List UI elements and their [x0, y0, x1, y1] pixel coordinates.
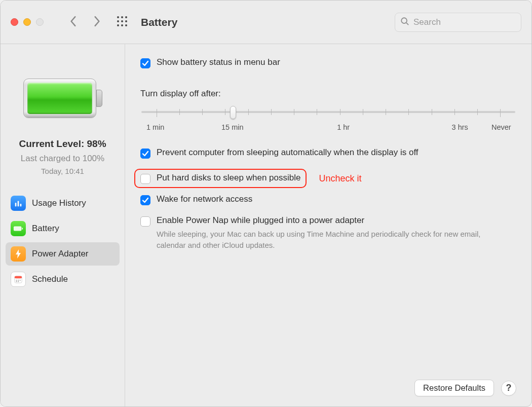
search-input[interactable]: [413, 17, 516, 27]
help-button[interactable]: ?: [501, 381, 516, 396]
system-preferences-window: Battery Current Level: 98% Last charged …: [0, 0, 532, 407]
svg-point-3: [117, 20, 119, 22]
option-description: While sleeping, your Mac can back up usi…: [157, 229, 506, 251]
svg-rect-12: [18, 201, 19, 207]
slider-label-never: Never: [491, 123, 511, 131]
svg-point-2: [125, 16, 127, 18]
annotation-text: Uncheck it: [319, 173, 361, 184]
last-charged-label: Last charged to 100%: [21, 154, 104, 164]
nav-buttons: [69, 16, 101, 29]
sidebar-nav: Usage History Battery Power Adapter: [6, 192, 120, 291]
show-all-prefs-button[interactable]: [117, 16, 128, 29]
option-label: Wake for network access: [157, 194, 252, 204]
display-off-slider-block: Turn display off after: 1 min 15 min 1 h…: [140, 89, 516, 133]
bolt-icon: [11, 246, 26, 262]
slider-label-3hrs: 3 hrs: [452, 123, 468, 131]
svg-point-8: [125, 24, 127, 26]
svg-rect-17: [15, 276, 22, 279]
svg-point-0: [117, 16, 119, 18]
show-status-checkbox[interactable]: [140, 58, 150, 68]
chart-icon: [11, 196, 26, 211]
svg-point-18: [16, 280, 17, 281]
current-level-label: Current Level: 98%: [19, 138, 106, 150]
sidebar-item-schedule[interactable]: Schedule: [6, 268, 120, 291]
svg-point-6: [117, 24, 119, 26]
svg-point-7: [121, 24, 123, 26]
wake-network-checkbox[interactable]: [140, 195, 150, 205]
svg-rect-13: [20, 204, 22, 206]
show-status-label: Show battery status in menu bar: [157, 57, 280, 67]
hard-disks-sleep-checkbox[interactable]: [140, 174, 150, 184]
sidebar-item-battery[interactable]: Battery: [6, 217, 120, 240]
prevent-sleep-checkbox[interactable]: [140, 149, 150, 159]
option-label: Prevent computer from sleeping automatic…: [157, 147, 419, 158]
slider-label-1hr: 1 hr: [337, 123, 350, 131]
option-wake-network: Wake for network access: [140, 194, 516, 205]
window-controls: [11, 18, 44, 26]
body: Current Level: 98% Last charged to 100% …: [1, 44, 531, 406]
svg-rect-15: [22, 228, 23, 230]
slider-tick-labels: 1 min 15 min 1 hr 3 hrs Never: [140, 123, 516, 133]
svg-point-5: [125, 20, 127, 22]
option-label: Enable Power Nap while plugged into a po…: [157, 215, 364, 226]
sidebar-item-label: Power Adapter: [32, 249, 89, 259]
footer: Restore Defaults ?: [414, 380, 516, 396]
option-prevent-sleep: Prevent computer from sleeping automatic…: [140, 147, 516, 159]
svg-point-4: [121, 20, 123, 22]
search-field[interactable]: [395, 13, 521, 32]
minimize-window-button[interactable]: [23, 18, 31, 26]
search-icon: [400, 17, 409, 28]
back-button[interactable]: [69, 16, 78, 29]
svg-point-19: [18, 280, 19, 281]
page-title: Battery: [141, 16, 389, 28]
sidebar-item-power-adapter[interactable]: Power Adapter: [6, 242, 120, 266]
svg-point-9: [401, 18, 407, 23]
show-status-row: Show battery status in menu bar: [140, 57, 516, 68]
svg-point-20: [20, 280, 21, 281]
titlebar: Battery: [1, 1, 531, 44]
sidebar-item-label: Usage History: [32, 198, 86, 208]
svg-point-1: [121, 16, 123, 18]
last-charged-time: Today, 10:41: [41, 167, 84, 175]
restore-defaults-button[interactable]: Restore Defaults: [414, 380, 494, 396]
main-pane: Show battery status in menu bar Turn dis…: [125, 44, 531, 406]
annotation-highlight-box: Put hard disks to sleep when possible: [134, 169, 307, 188]
option-label: Put hard disks to sleep when possible: [157, 173, 300, 183]
svg-rect-14: [14, 226, 21, 231]
battery-icon: [11, 221, 26, 236]
option-hard-disks-row: Put hard disks to sleep when possible Un…: [140, 169, 516, 188]
battery-illustration: [23, 79, 102, 118]
power-nap-checkbox[interactable]: [140, 216, 150, 227]
options-group: Prevent computer from sleeping automatic…: [140, 147, 516, 251]
sidebar-item-usage-history[interactable]: Usage History: [6, 192, 120, 215]
forward-button[interactable]: [92, 16, 101, 29]
svg-point-21: [16, 281, 17, 282]
svg-line-10: [406, 23, 408, 25]
slider-label-15min: 15 min: [221, 123, 244, 131]
slider-label-1min: 1 min: [146, 123, 164, 131]
option-power-nap: Enable Power Nap while plugged into a po…: [140, 215, 516, 251]
calendar-icon: [11, 272, 26, 287]
sidebar-item-label: Battery: [32, 224, 59, 234]
zoom-window-button[interactable]: [36, 18, 44, 26]
close-window-button[interactable]: [11, 18, 18, 26]
svg-rect-11: [15, 203, 17, 206]
sidebar-item-label: Schedule: [32, 274, 68, 284]
slider-title: Turn display off after:: [140, 89, 516, 99]
display-off-slider[interactable]: [141, 106, 515, 123]
svg-point-22: [18, 281, 19, 282]
sidebar: Current Level: 98% Last charged to 100% …: [1, 44, 125, 406]
